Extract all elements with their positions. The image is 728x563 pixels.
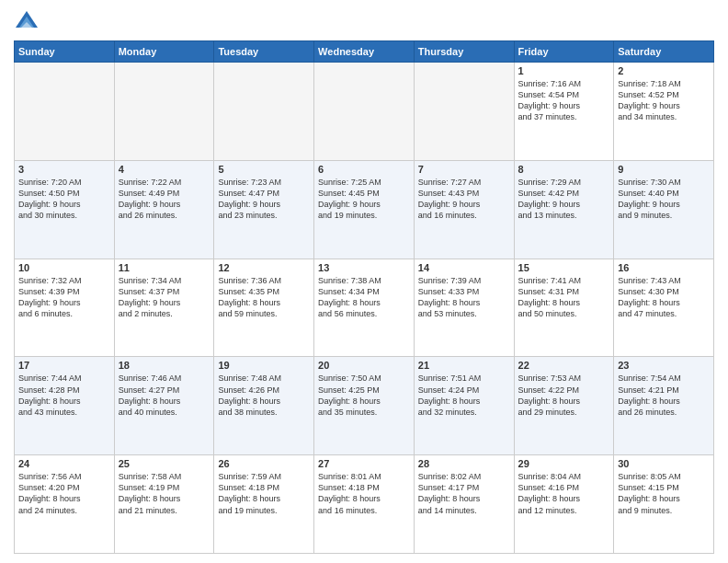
day-info: Sunrise: 7:38 AM Sunset: 4:34 PM Dayligh… [318,275,410,320]
day-info: Sunrise: 7:56 AM Sunset: 4:20 PM Dayligh… [18,471,110,516]
calendar-cell [15,63,115,161]
day-info: Sunrise: 7:32 AM Sunset: 4:39 PM Dayligh… [18,275,110,320]
day-info: Sunrise: 7:27 AM Sunset: 4:43 PM Dayligh… [418,177,510,222]
calendar-cell: 11Sunrise: 7:34 AM Sunset: 4:37 PM Dayli… [114,259,214,357]
day-number: 27 [318,458,410,469]
day-number: 21 [418,360,510,371]
day-number: 7 [418,164,510,175]
logo-icon [14,9,40,35]
calendar-cell [314,63,415,161]
calendar-cell: 1Sunrise: 7:16 AM Sunset: 4:54 PM Daylig… [514,63,614,161]
day-number: 25 [119,458,210,469]
calendar-cell: 19Sunrise: 7:48 AM Sunset: 4:26 PM Dayli… [214,357,314,455]
day-info: Sunrise: 8:02 AM Sunset: 4:17 PM Dayligh… [418,471,510,516]
day-number: 5 [218,164,310,175]
calendar-week-row: 1Sunrise: 7:16 AM Sunset: 4:54 PM Daylig… [15,63,714,161]
calendar-cell: 6Sunrise: 7:25 AM Sunset: 4:45 PM Daylig… [314,160,415,259]
calendar-cell: 8Sunrise: 7:29 AM Sunset: 4:42 PM Daylig… [514,160,614,259]
day-number: 26 [218,458,310,469]
day-info: Sunrise: 8:04 AM Sunset: 4:16 PM Dayligh… [518,471,610,516]
day-number: 1 [518,65,610,76]
weekday-header: Sunday [15,41,115,63]
calendar-cell: 10Sunrise: 7:32 AM Sunset: 4:39 PM Dayli… [15,259,115,357]
weekday-header: Friday [514,41,614,63]
calendar-cell: 29Sunrise: 8:04 AM Sunset: 4:16 PM Dayli… [514,455,614,554]
calendar-cell: 26Sunrise: 7:59 AM Sunset: 4:18 PM Dayli… [214,455,314,554]
day-info: Sunrise: 7:34 AM Sunset: 4:37 PM Dayligh… [119,275,210,320]
weekday-header: Wednesday [314,41,415,63]
day-info: Sunrise: 7:16 AM Sunset: 4:54 PM Dayligh… [518,78,610,123]
day-info: Sunrise: 7:23 AM Sunset: 4:47 PM Dayligh… [218,177,310,222]
day-info: Sunrise: 7:29 AM Sunset: 4:42 PM Dayligh… [518,177,610,222]
day-number: 30 [618,458,710,469]
day-number: 17 [18,360,110,371]
logo [14,9,43,35]
day-number: 28 [418,458,510,469]
day-info: Sunrise: 7:54 AM Sunset: 4:21 PM Dayligh… [618,373,710,418]
calendar-cell: 5Sunrise: 7:23 AM Sunset: 4:47 PM Daylig… [214,160,314,259]
weekday-header: Thursday [414,41,514,63]
calendar-cell: 30Sunrise: 8:05 AM Sunset: 4:15 PM Dayli… [614,455,714,554]
day-info: Sunrise: 7:53 AM Sunset: 4:22 PM Dayligh… [518,373,610,418]
day-info: Sunrise: 7:48 AM Sunset: 4:26 PM Dayligh… [218,373,310,418]
day-number: 19 [218,360,310,371]
weekday-header: Saturday [614,41,714,63]
day-info: Sunrise: 7:50 AM Sunset: 4:25 PM Dayligh… [318,373,410,418]
day-info: Sunrise: 7:44 AM Sunset: 4:28 PM Dayligh… [18,373,110,418]
calendar-cell: 4Sunrise: 7:22 AM Sunset: 4:49 PM Daylig… [114,160,214,259]
calendar-week-row: 10Sunrise: 7:32 AM Sunset: 4:39 PM Dayli… [15,259,714,357]
day-info: Sunrise: 7:22 AM Sunset: 4:49 PM Dayligh… [119,177,210,222]
day-number: 2 [618,65,710,76]
calendar-cell: 16Sunrise: 7:43 AM Sunset: 4:30 PM Dayli… [614,259,714,357]
day-number: 16 [618,262,710,273]
calendar-cell [214,63,314,161]
day-number: 22 [518,360,610,371]
calendar-cell: 28Sunrise: 8:02 AM Sunset: 4:17 PM Dayli… [414,455,514,554]
day-info: Sunrise: 7:25 AM Sunset: 4:45 PM Dayligh… [318,177,410,222]
day-info: Sunrise: 7:59 AM Sunset: 4:18 PM Dayligh… [218,471,310,516]
calendar-cell: 21Sunrise: 7:51 AM Sunset: 4:24 PM Dayli… [414,357,514,455]
day-info: Sunrise: 7:30 AM Sunset: 4:40 PM Dayligh… [618,177,710,222]
day-number: 13 [318,262,410,273]
day-number: 10 [18,262,110,273]
day-number: 8 [518,164,610,175]
calendar-cell: 20Sunrise: 7:50 AM Sunset: 4:25 PM Dayli… [314,357,415,455]
day-info: Sunrise: 7:41 AM Sunset: 4:31 PM Dayligh… [518,275,610,320]
calendar-cell: 24Sunrise: 7:56 AM Sunset: 4:20 PM Dayli… [15,455,115,554]
calendar-cell: 18Sunrise: 7:46 AM Sunset: 4:27 PM Dayli… [114,357,214,455]
calendar-cell: 14Sunrise: 7:39 AM Sunset: 4:33 PM Dayli… [414,259,514,357]
calendar-cell: 2Sunrise: 7:18 AM Sunset: 4:52 PM Daylig… [614,63,714,161]
day-number: 11 [119,262,210,273]
day-number: 4 [119,164,210,175]
day-number: 3 [18,164,110,175]
weekday-header: Tuesday [214,41,314,63]
calendar-cell: 7Sunrise: 7:27 AM Sunset: 4:43 PM Daylig… [414,160,514,259]
calendar-table: SundayMondayTuesdayWednesdayThursdayFrid… [14,40,714,554]
calendar-cell: 27Sunrise: 8:01 AM Sunset: 4:18 PM Dayli… [314,455,415,554]
day-number: 15 [518,262,610,273]
calendar-week-row: 17Sunrise: 7:44 AM Sunset: 4:28 PM Dayli… [15,357,714,455]
day-info: Sunrise: 7:51 AM Sunset: 4:24 PM Dayligh… [418,373,510,418]
day-number: 12 [218,262,310,273]
calendar-cell: 9Sunrise: 7:30 AM Sunset: 4:40 PM Daylig… [614,160,714,259]
day-number: 14 [418,262,510,273]
calendar-page: SundayMondayTuesdayWednesdayThursdayFrid… [0,0,728,563]
day-number: 29 [518,458,610,469]
day-info: Sunrise: 7:39 AM Sunset: 4:33 PM Dayligh… [418,275,510,320]
calendar-cell [114,63,214,161]
day-number: 20 [318,360,410,371]
calendar-cell: 3Sunrise: 7:20 AM Sunset: 4:50 PM Daylig… [15,160,115,259]
day-info: Sunrise: 7:36 AM Sunset: 4:35 PM Dayligh… [218,275,310,320]
calendar-cell: 23Sunrise: 7:54 AM Sunset: 4:21 PM Dayli… [614,357,714,455]
weekday-header: Monday [114,41,214,63]
day-info: Sunrise: 7:20 AM Sunset: 4:50 PM Dayligh… [18,177,110,222]
calendar-cell: 15Sunrise: 7:41 AM Sunset: 4:31 PM Dayli… [514,259,614,357]
weekday-header-row: SundayMondayTuesdayWednesdayThursdayFrid… [15,41,714,63]
calendar-week-row: 24Sunrise: 7:56 AM Sunset: 4:20 PM Dayli… [15,455,714,554]
calendar-week-row: 3Sunrise: 7:20 AM Sunset: 4:50 PM Daylig… [15,160,714,259]
calendar-cell: 17Sunrise: 7:44 AM Sunset: 4:28 PM Dayli… [15,357,115,455]
day-info: Sunrise: 7:46 AM Sunset: 4:27 PM Dayligh… [119,373,210,418]
calendar-cell: 25Sunrise: 7:58 AM Sunset: 4:19 PM Dayli… [114,455,214,554]
header [14,9,714,35]
calendar-cell: 13Sunrise: 7:38 AM Sunset: 4:34 PM Dayli… [314,259,415,357]
